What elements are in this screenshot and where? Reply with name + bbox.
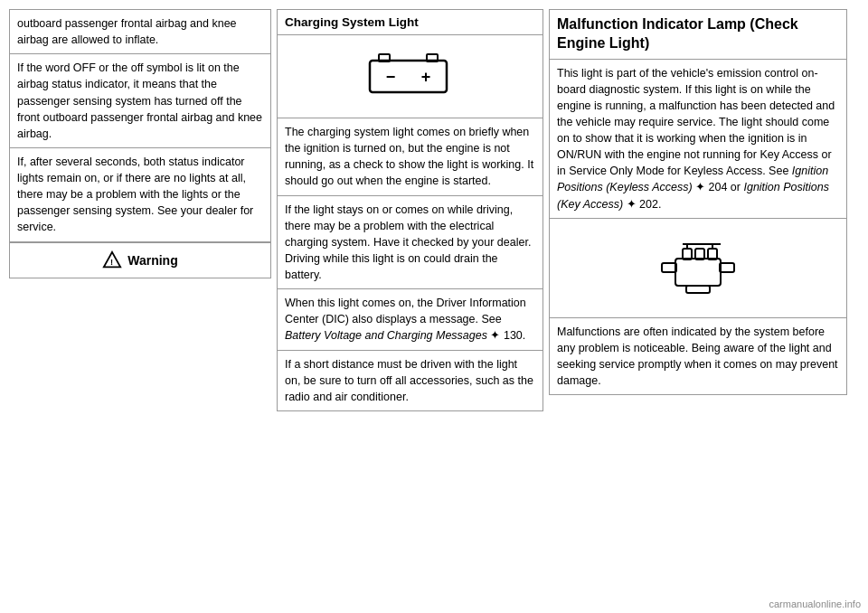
svg-text:!: ! (110, 257, 113, 266)
middle-block-3: When this light comes on, the Driver Inf… (278, 289, 542, 350)
left-block-3: If, after several seconds, both status i… (10, 148, 270, 242)
warning-label: Warning (127, 253, 177, 268)
charging-system-header: Charging System Light (278, 10, 542, 35)
svg-text:+: + (420, 68, 430, 86)
warning-triangle-icon: ! (102, 250, 122, 270)
left-block-1: outboard passenger frontal airbag and kn… (10, 10, 270, 54)
warning-block: ! Warning (10, 242, 270, 278)
middle-block-2: If the light stays on or comes on while … (278, 196, 542, 290)
engine-image-block (550, 219, 846, 318)
right-block-1: This light is part of the vehicle's emis… (550, 60, 846, 219)
battery-image-block: − + (278, 35, 542, 118)
right-block-2: Malfunctions are often indicated by the … (550, 318, 846, 395)
engine-icon (648, 236, 748, 299)
middle-block-1: The charging system light comes on brief… (278, 118, 542, 196)
svg-rect-2 (370, 61, 447, 92)
middle-column: Charging System Light − + The chargi (277, 9, 543, 604)
right-column-wrapper: Malfunction Indicator Lamp (Check Engine… (549, 9, 847, 395)
svg-rect-7 (675, 259, 721, 286)
svg-text:−: − (385, 68, 395, 86)
left-column-inner: outboard passenger frontal airbag and kn… (9, 9, 271, 278)
malfunction-indicator-header: Malfunction Indicator Lamp (Check Engine… (550, 10, 846, 60)
svg-rect-11 (662, 263, 676, 272)
left-column: outboard passenger frontal airbag and kn… (9, 9, 271, 604)
watermark: carmanualonline.info (769, 599, 861, 609)
svg-rect-13 (686, 286, 710, 293)
left-block-2: If the word OFF or the off symbol is lit… (10, 54, 270, 148)
middle-column-wrapper: Charging System Light − + The chargi (277, 9, 543, 411)
middle-block-4: If a short distance must be driven with … (278, 351, 542, 410)
battery-icon: − + (365, 52, 456, 101)
italic-ref-battery: Battery Voltage and Charging Messages (285, 329, 487, 342)
svg-rect-12 (720, 263, 734, 272)
page-container: outboard passenger frontal airbag and kn… (0, 0, 868, 613)
right-column: Malfunction Indicator Lamp (Check Engine… (549, 9, 847, 604)
